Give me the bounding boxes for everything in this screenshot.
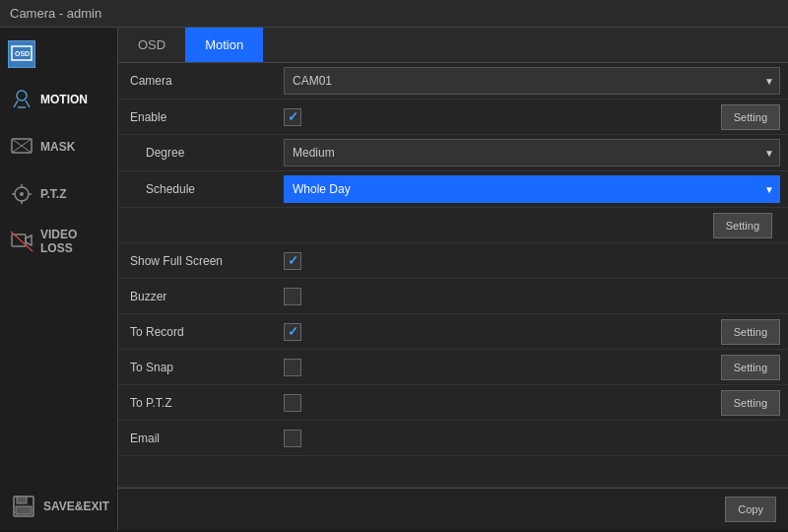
show-full-screen-checkbox[interactable] — [284, 252, 301, 270]
tab-bar: OSD Motion — [118, 28, 788, 63]
to-record-setting-button[interactable]: Setting — [721, 319, 780, 345]
buzzer-label: Buzzer — [118, 284, 276, 309]
to-record-row: To Record Setting — [118, 314, 788, 350]
osd-tab-icon[interactable]: OSD — [8, 40, 35, 68]
copy-button[interactable]: Copy — [725, 497, 776, 522]
email-row: Email — [118, 421, 788, 456]
sidebar: OSD MOTION MASK — [0, 28, 118, 530]
to-ptz-checkbox[interactable] — [284, 394, 301, 412]
to-record-label: To Record — [118, 319, 276, 345]
to-ptz-setting-button[interactable]: Setting — [721, 390, 780, 416]
to-record-checkbox[interactable] — [284, 323, 301, 341]
camera-select-wrapper: CAM01 — [276, 63, 788, 99]
video-loss-icon — [8, 228, 35, 255]
schedule-setting-button[interactable]: Setting — [713, 213, 772, 238]
to-snap-row: To Snap Setting — [118, 350, 788, 385]
schedule-row: Schedule Whole Day Custom — [118, 171, 788, 208]
bottom-bar: Copy — [118, 488, 788, 530]
mask-icon — [8, 133, 35, 161]
enable-row: Enable Setting — [118, 100, 788, 135]
svg-rect-12 — [12, 234, 26, 246]
buzzer-row: Buzzer — [118, 279, 788, 314]
motion-icon — [8, 86, 35, 113]
svg-marker-13 — [26, 235, 32, 245]
svg-point-2 — [17, 91, 27, 100]
show-full-screen-row: Show Full Screen — [118, 243, 788, 279]
degree-select-container: Medium Low High — [284, 139, 780, 166]
schedule-select-wrapper: Whole Day Custom — [276, 171, 788, 207]
to-ptz-row: To P.T.Z Setting — [118, 385, 788, 421]
tab-osd[interactable]: OSD — [118, 28, 185, 62]
camera-select-container: CAM01 — [284, 67, 780, 95]
buzzer-checkbox[interactable] — [284, 288, 301, 305]
schedule-label: Schedule — [118, 176, 276, 202]
email-checkbox[interactable] — [284, 430, 301, 447]
title-bar: Camera - admin — [0, 0, 788, 28]
to-snap-label: To Snap — [118, 355, 276, 380]
to-snap-checkbox[interactable] — [284, 359, 301, 376]
tab-motion[interactable]: Motion — [185, 28, 263, 62]
form-area: Camera CAM01 Enable — [118, 63, 788, 488]
svg-text:OSD: OSD — [15, 50, 30, 57]
sidebar-item-video-loss[interactable]: VIDEO LOSS — [0, 218, 117, 265]
degree-select-wrapper: Medium Low High — [276, 135, 788, 170]
buzzer-content — [276, 284, 788, 309]
save-exit-button[interactable]: SAVE&EXIT — [0, 483, 117, 530]
svg-point-7 — [20, 192, 24, 196]
email-label: Email — [118, 426, 276, 451]
save-exit-label: SAVE&EXIT — [43, 499, 109, 513]
window-title: Camera - admin — [10, 6, 101, 21]
schedule-setting-row: Setting — [118, 208, 788, 243]
camera-label: Camera — [118, 68, 276, 94]
degree-row: Degree Medium Low High — [118, 135, 788, 171]
show-full-screen-content — [276, 248, 788, 274]
main-content: OSD Motion Camera CAM01 — [118, 28, 788, 530]
to-snap-content — [276, 355, 713, 380]
camera-select[interactable]: CAM01 — [284, 67, 780, 95]
svg-rect-17 — [16, 506, 32, 514]
email-content — [276, 426, 788, 451]
sidebar-item-mask[interactable]: MASK — [0, 123, 117, 170]
enable-setting-button[interactable]: Setting — [721, 104, 780, 130]
sidebar-item-motion[interactable]: MOTION — [0, 76, 117, 123]
degree-select[interactable]: Medium Low High — [284, 139, 780, 166]
to-snap-setting-button[interactable]: Setting — [721, 355, 780, 380]
ptz-icon — [8, 180, 35, 208]
enable-content — [276, 104, 713, 130]
to-ptz-content — [276, 390, 713, 416]
empty-row-1 — [118, 456, 788, 488]
camera-row: Camera CAM01 — [118, 63, 788, 100]
save-icon — [10, 493, 37, 520]
to-ptz-label: To P.T.Z — [118, 390, 276, 416]
svg-rect-16 — [17, 497, 27, 503]
sidebar-item-motion-label: MOTION — [40, 93, 88, 106]
schedule-select-container: Whole Day Custom — [284, 175, 780, 203]
sidebar-item-ptz[interactable]: P.T.Z — [0, 170, 117, 218]
schedule-setting-content: Setting — [276, 209, 780, 242]
enable-label: Enable — [118, 104, 276, 130]
enable-checkbox[interactable] — [284, 108, 301, 126]
degree-label: Degree — [118, 140, 276, 166]
schedule-setting-label-empty — [118, 220, 276, 232]
to-record-content — [276, 319, 713, 345]
show-full-screen-label: Show Full Screen — [118, 248, 276, 274]
sidebar-item-ptz-label: P.T.Z — [40, 187, 66, 201]
sidebar-item-video-loss-label: VIDEO LOSS — [40, 228, 109, 255]
schedule-select[interactable]: Whole Day Custom — [284, 175, 780, 203]
sidebar-item-mask-label: MASK — [40, 140, 75, 154]
